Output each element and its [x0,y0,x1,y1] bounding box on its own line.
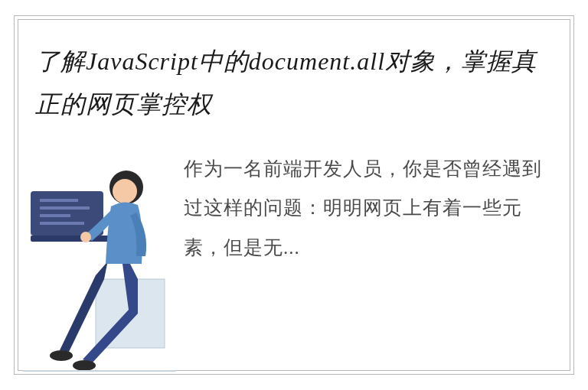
svg-rect-1 [31,236,111,242]
svg-rect-4 [40,214,70,217]
svg-point-11 [50,350,73,361]
svg-rect-2 [40,199,78,202]
svg-point-12 [73,360,96,371]
svg-rect-3 [40,206,90,210]
article-title: 了解JavaScript中的document.all对象，掌握真正的网页掌控权 [35,40,548,125]
person-sitting-laptop-illustration [23,153,176,379]
svg-rect-5 [40,222,84,225]
article-excerpt: 作为一名前端开发人员，你是否曾经遇到过这样的问题：明明网页上有着一些元素，但是无… [184,149,544,267]
svg-point-7 [113,179,137,203]
svg-point-8 [80,232,91,242]
